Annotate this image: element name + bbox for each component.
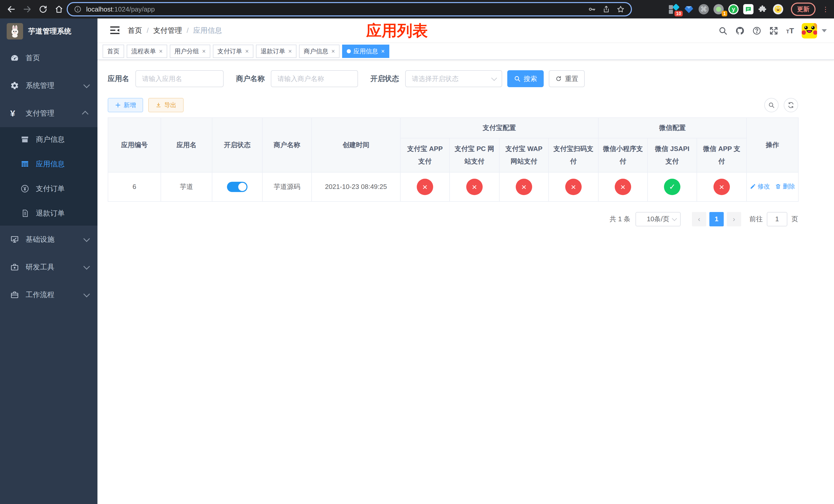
tab-merchant-info[interactable]: 商户信息× — [299, 45, 339, 58]
sidebar-item-pay-order[interactable]: 支付订单 — [0, 176, 97, 201]
merchant-name-label: 商户名称 — [236, 74, 265, 84]
breadcrumb-home[interactable]: 首页 — [128, 26, 142, 36]
extension-y-icon[interactable]: y — [728, 4, 739, 14]
export-button[interactable]: 导出 — [148, 98, 184, 112]
col-wechat-app: 微信 APP 支付 — [697, 138, 747, 172]
refresh-button[interactable] — [784, 98, 798, 112]
font-size-icon[interactable]: TT — [786, 27, 794, 35]
extensions-puzzle-icon[interactable] — [758, 4, 768, 14]
edit-button[interactable]: 修改 — [750, 182, 770, 190]
browser-update-button[interactable]: 更新 — [791, 3, 815, 16]
close-icon[interactable]: × — [159, 48, 162, 54]
github-icon[interactable] — [735, 26, 745, 36]
sidebar-item-label: 系统管理 — [26, 81, 84, 91]
extension-chat-icon[interactable] — [743, 4, 753, 14]
reset-button[interactable]: 重置 — [549, 70, 585, 87]
help-icon[interactable] — [752, 26, 762, 36]
status-select[interactable]: 请选择开启状态 — [405, 70, 502, 87]
sidebar-collapse-icon[interactable] — [110, 26, 119, 35]
extension-command-icon[interactable]: ⌘ — [699, 4, 709, 14]
toggle-search-button[interactable] — [764, 98, 778, 112]
info-icon[interactable] — [74, 5, 82, 13]
goto-page-input[interactable] — [767, 212, 787, 226]
chevron-down-icon — [672, 216, 677, 221]
sidebar-item-merchant-info[interactable]: 商户信息 — [0, 127, 97, 152]
filter-form: 应用名 商户名称 开启状态 请选择开启状态 搜索 重置 — [108, 70, 798, 87]
search-button[interactable]: 搜索 — [507, 70, 544, 87]
payment-submenu: 商户信息 应用信息 支付订单 退款订单 — [0, 127, 97, 226]
channel-status-icon — [615, 179, 631, 195]
navbar: 首页 / 支付管理 / 应用信息 应用列表 TT — [97, 19, 834, 43]
sidebar-item-label: 工作流程 — [26, 290, 84, 300]
enabled-toggle[interactable] — [227, 182, 247, 192]
url-bar[interactable]: localhost:1024/pay/app — [67, 2, 632, 17]
tab-app-info[interactable]: 应用信息× — [342, 45, 389, 58]
extension-badge: 10 — [675, 11, 683, 17]
sidebar-item-label: 应用信息 — [36, 159, 65, 169]
navbar-actions: TT — [718, 19, 827, 43]
browser-home-icon[interactable] — [54, 5, 64, 14]
sidebar-item-workflow[interactable]: 工作流程 — [0, 281, 97, 308]
browser-reload-icon[interactable] — [39, 5, 48, 14]
extension-record-icon[interactable]: 1 — [714, 4, 724, 14]
share-icon[interactable] — [602, 5, 610, 13]
chevron-down-icon — [491, 75, 497, 81]
tab-process-form[interactable]: 流程表单× — [127, 45, 167, 58]
extension-gem-icon[interactable] — [684, 4, 694, 14]
close-icon[interactable]: × — [288, 48, 292, 54]
col-app-id: 应用编号 — [108, 118, 161, 172]
page-number-button[interactable]: 1 — [709, 212, 724, 226]
delete-button[interactable]: 删除 — [775, 182, 795, 190]
fullscreen-icon[interactable] — [769, 26, 778, 36]
search-icon[interactable] — [718, 26, 728, 36]
app-name-input[interactable] — [135, 70, 224, 87]
browser-forward-icon[interactable] — [23, 5, 32, 14]
sidebar-item-label: 支付订单 — [36, 184, 65, 193]
close-icon[interactable]: × — [331, 48, 335, 54]
status-label: 开启状态 — [370, 74, 399, 84]
user-avatar[interactable] — [802, 23, 817, 39]
next-page-button[interactable]: › — [727, 212, 741, 226]
sidebar-item-app-info[interactable]: 应用信息 — [0, 152, 97, 176]
goto-label: 前往 — [749, 214, 763, 224]
avatar-caret-icon[interactable] — [822, 29, 827, 32]
prev-page-button[interactable]: ‹ — [692, 212, 706, 226]
sidebar-item-infra[interactable]: 基础设施 — [0, 226, 97, 253]
merchant-name-input[interactable] — [271, 70, 358, 87]
tab-pay-order[interactable]: 支付订单× — [213, 45, 254, 58]
key-icon[interactable] — [588, 5, 596, 13]
app-title: 芋道管理系统 — [28, 26, 71, 36]
briefcase-icon — [10, 263, 19, 272]
tab-user-group[interactable]: 用户分组× — [170, 45, 210, 58]
monitor-check-icon — [10, 235, 19, 244]
breadcrumb: 首页 / 支付管理 / 应用信息 — [128, 26, 222, 36]
profile-emoji-avatar[interactable] — [773, 4, 783, 14]
extension-blocks-icon[interactable]: 10 — [669, 4, 679, 14]
browser-menu-icon[interactable]: ⋮ — [822, 6, 829, 13]
browser-chrome: localhost:1024/pay/app 10 ⌘ 1 y — [0, 0, 834, 19]
sidebar-item-label: 退款订单 — [36, 208, 65, 218]
channel-status-icon — [417, 179, 433, 195]
sidebar-item-home[interactable]: 首页 — [0, 44, 97, 72]
sidebar-logo-row[interactable]: 芋道管理系统 — [0, 19, 97, 44]
tab-home[interactable]: 首页 — [103, 45, 124, 58]
sidebar-item-dev-tools[interactable]: 研发工具 — [0, 253, 97, 281]
page-size-select[interactable]: 10条/页 — [636, 212, 681, 226]
bookmark-star-icon[interactable] — [616, 5, 625, 13]
close-icon[interactable]: × — [202, 48, 206, 54]
sidebar-item-label: 首页 — [26, 53, 88, 63]
channel-status-icon — [714, 179, 730, 195]
channel-status-icon — [516, 179, 532, 195]
breadcrumb-payment[interactable]: 支付管理 — [153, 26, 182, 36]
close-icon[interactable]: × — [381, 48, 385, 54]
app-name-label: 应用名 — [108, 74, 129, 84]
sidebar-item-system[interactable]: 系统管理 — [0, 72, 97, 99]
tab-refund-order[interactable]: 退款订单× — [256, 45, 297, 58]
browser-back-icon[interactable] — [7, 5, 16, 14]
add-button[interactable]: 新增 — [108, 98, 143, 112]
close-icon[interactable]: × — [245, 48, 249, 54]
sidebar-item-payment[interactable]: ¥ 支付管理 — [0, 99, 97, 127]
col-alipay-scan: 支付宝扫码支付 — [549, 138, 598, 172]
sidebar-item-refund-order[interactable]: 退款订单 — [0, 201, 97, 226]
channel-status-icon — [664, 179, 680, 195]
